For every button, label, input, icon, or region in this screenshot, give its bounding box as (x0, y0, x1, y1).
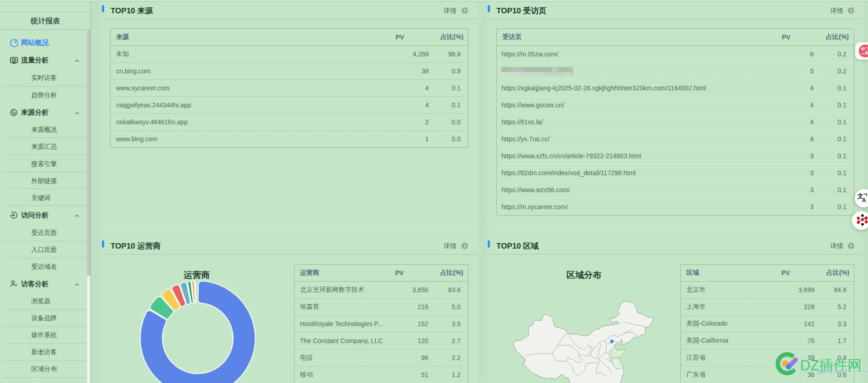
svg-text:A: A (865, 50, 868, 56)
svg-text:A: A (862, 197, 866, 204)
